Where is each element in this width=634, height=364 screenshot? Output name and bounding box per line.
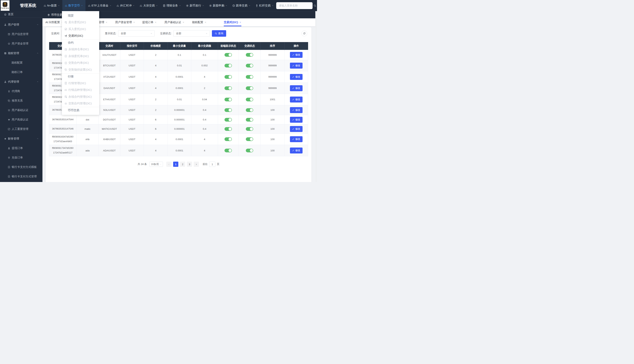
sidebar-item-充值订单[interactable]: 充值订单 [0, 153, 42, 162]
avatar[interactable] [317, 3, 317, 8]
edit-button[interactable]: 修改 [290, 126, 302, 132]
tab-AI 问答配置[interactable]: AI 问答配置 [46, 18, 63, 26]
trade-status-toggle[interactable] [246, 64, 253, 68]
sidebar-item-用户基础认证[interactable]: 用户基础认证 [0, 106, 42, 115]
nav-item-数字货币[interactable]: 数字货币 [62, 0, 86, 11]
nav-item-杠杆交易[interactable]: 杠杆交易 [253, 0, 276, 11]
nav-item-跟单交易[interactable]: 跟单交易 [230, 0, 253, 11]
display-status-select[interactable]: 全部 [118, 30, 154, 37]
sidebar-item-期权订单[interactable]: 期权订单 [0, 68, 42, 77]
menu-item-买入委托(DC)[interactable]: 买入委托(DC) [62, 26, 99, 32]
menu-item-永续持仓单(DC)[interactable]: 永续持仓单(DC) [62, 46, 99, 53]
toggle-knob [250, 108, 253, 112]
menu-item-行情品种管理(DC)[interactable]: 行情品种管理(DC) [62, 87, 99, 94]
nav-item-新股申购[interactable]: 新股申购 [207, 0, 230, 11]
tab-交易对(DC)[interactable]: 交易对(DC) [224, 18, 241, 26]
sidebar-item-期权配置[interactable]: 期权配置 [0, 58, 42, 68]
sidebar-item-代理管理[interactable]: 代理管理 [0, 77, 42, 86]
nav-item-理财业务[interactable]: 理财业务 [160, 0, 184, 11]
trade-status-toggle[interactable] [246, 149, 253, 152]
prev-page-button[interactable]: ‹ [166, 162, 172, 167]
sidebar-item-银行卡支付方式模板[interactable]: 银行卡支付方式模板 [0, 162, 42, 172]
sidebar-item-推荐关系[interactable]: 推荐关系 [0, 96, 42, 106]
tab-用户基础认证[interactable]: 用户基础认证 [164, 18, 184, 26]
trade-status-select[interactable]: 全部 [173, 30, 210, 37]
display-status-toggle[interactable] [224, 98, 232, 102]
edit-button[interactable]: 修改 [290, 74, 302, 80]
edit-button[interactable]: 修改 [290, 63, 302, 68]
trade-status-toggle[interactable] [246, 53, 253, 57]
sidebar-item-财务管理[interactable]: 财务管理 [0, 134, 42, 144]
refresh-button[interactable] [302, 30, 307, 36]
display-status-toggle[interactable] [224, 64, 232, 68]
tab-close-icon[interactable] [182, 21, 184, 23]
menu-item-行情管理(DC)[interactable]: 行情管理(DC) [62, 80, 99, 87]
display-status-toggle[interactable] [224, 127, 232, 131]
menu-item-交割合约管理(DC)[interactable]: 交割合约管理(DC) [62, 100, 99, 107]
sidebar-item-银行卡支付方式管理[interactable]: 银行卡支付方式管理 [0, 172, 42, 181]
goto-page-input[interactable] [209, 162, 216, 167]
menu-item-交割场控设置(DC)[interactable]: 交割场控设置(DC) [62, 66, 99, 73]
edit-button[interactable]: 修改 [290, 52, 302, 58]
page-button-2[interactable]: 2 [180, 162, 185, 167]
trade-status-toggle[interactable] [246, 75, 253, 79]
trade-status-toggle[interactable] [246, 137, 253, 141]
nav-item-N+股票[interactable]: N+股票 [41, 0, 62, 11]
edit-button[interactable]: 修改 [290, 136, 302, 142]
trade-status-toggle[interactable] [246, 127, 253, 131]
display-status-toggle[interactable] [224, 149, 232, 152]
edit-button[interactable]: 修改 [290, 96, 302, 102]
sidebar-item-代理商[interactable]: 代理商 [0, 86, 42, 96]
sidebar-item-提现订单[interactable]: 提现订单 [0, 144, 42, 153]
display-status-toggle[interactable] [224, 137, 232, 141]
next-page-button[interactable]: › [194, 162, 199, 167]
gear-icon [64, 102, 67, 105]
tab-close-icon[interactable] [204, 21, 206, 23]
trade-status-toggle[interactable] [246, 118, 253, 122]
display-status-toggle[interactable] [224, 108, 232, 112]
menu-item-永续委托单(DC)[interactable]: 永续委托单(DC) [62, 53, 99, 60]
tab-close-icon[interactable] [239, 21, 241, 23]
app-logo[interactable]: T TURING [1, 0, 10, 11]
tab-提现订单[interactable]: 提现订单 [142, 18, 157, 26]
display-status-toggle[interactable] [224, 86, 232, 90]
menu-item-交易对(DC)[interactable]: 交易对(DC) [62, 32, 99, 40]
sidebar-item-home[interactable]: 首页 [0, 11, 42, 18]
display-status-toggle[interactable] [224, 75, 232, 79]
nav-item-大宗交易[interactable]: 大宗交易 [137, 0, 160, 11]
tab-期权配置[interactable]: 期权配置 [192, 18, 206, 26]
sidebar-item-用户信息管理[interactable]: 用户信息管理 [0, 30, 42, 39]
sidebar-item-用户高级认证[interactable]: 用户高级认证 [0, 115, 42, 124]
menu-item-永续合约管理(DC)[interactable]: 永续合约管理(DC) [62, 94, 99, 100]
sidebar-item-期权管理[interactable]: 期权管理 [0, 48, 42, 58]
page-size-select[interactable]: 10条/页 [150, 162, 163, 167]
edit-button[interactable]: 修改 [290, 148, 302, 154]
sidebar-item-人工重置管理[interactable]: 人工重置管理 [0, 124, 42, 134]
menu-item-卖出委托(DC)[interactable]: 卖出委托(DC) [62, 19, 99, 26]
tab-用户资金管理[interactable]: 用户资金管理 [115, 18, 135, 26]
tab-close-icon[interactable] [133, 21, 135, 23]
display-status-toggle[interactable] [224, 53, 232, 57]
sidebar-item-用户资金管理[interactable]: 用户资金管理 [0, 39, 42, 48]
edit-button[interactable]: 修改 [290, 107, 302, 113]
page-button-1[interactable]: 1 [173, 162, 178, 167]
trade-status-toggle[interactable] [246, 98, 253, 102]
display-status-toggle[interactable] [224, 118, 232, 122]
sidebar-item-用户管理[interactable]: 用户管理 [0, 20, 42, 30]
page-button-3[interactable]: 3 [187, 162, 192, 167]
page-scrollbar[interactable] [315, 11, 317, 182]
trade-status-toggle[interactable] [246, 86, 253, 90]
nav-item-新币发行[interactable]: 新币发行 [184, 0, 207, 11]
menu-search-box[interactable] [276, 2, 312, 9]
edit-button[interactable]: 修改 [290, 117, 302, 123]
tab-close-icon[interactable] [106, 21, 108, 23]
table-row-MATIC/USDT: 3676635353147546maticMATIC/USDTUSDT60.00… [49, 124, 308, 134]
nav-item-外汇对冲[interactable]: 外汇对冲 [114, 0, 137, 11]
menu-search-input[interactable] [279, 4, 314, 7]
edit-button[interactable]: 修改 [290, 85, 302, 91]
nav-item-ETF上市基金[interactable]: ETF上市基金 [86, 0, 114, 11]
trade-status-toggle[interactable] [246, 108, 253, 112]
tab-close-icon[interactable] [154, 21, 157, 23]
query-button[interactable]: 查询 [212, 30, 226, 37]
menu-item-交割合约单(DC)[interactable]: 交割合约单(DC) [62, 60, 99, 66]
